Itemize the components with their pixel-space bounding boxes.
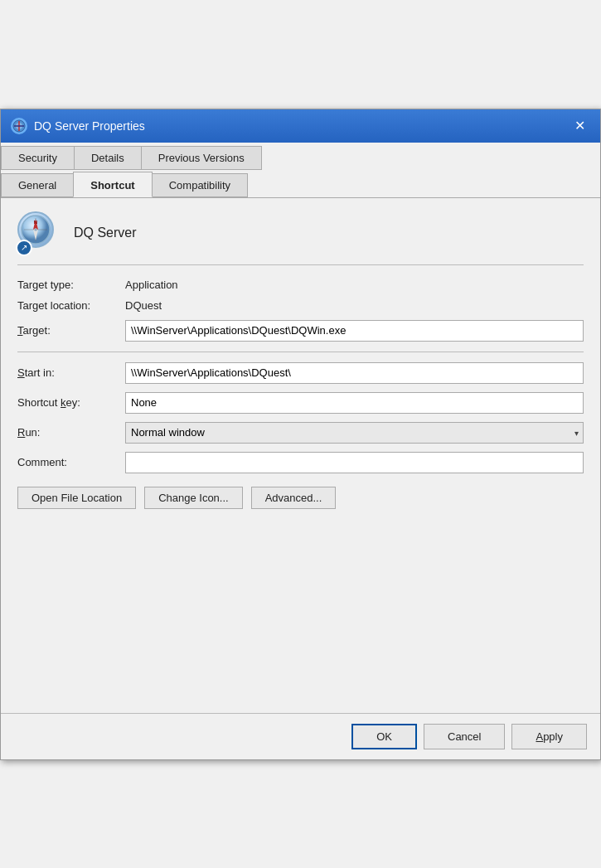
target-label: Target: [17, 324, 125, 337]
target-location-row: Target location: DQuest [17, 299, 584, 312]
ok-button[interactable]: OK [351, 724, 417, 749]
shortcut-key-label: Shortcut key: [17, 396, 125, 409]
start-in-input[interactable] [125, 362, 584, 384]
start-in-row: Start in: [17, 362, 584, 384]
properties-window: DQ Server Properties ✕ Security Details … [0, 109, 601, 760]
comment-row: Comment: [17, 452, 584, 473]
window-icon [11, 118, 27, 134]
target-row: Target: [17, 320, 584, 342]
start-in-label: Start in: [17, 366, 125, 379]
title-bar: DQ Server Properties ✕ [1, 109, 600, 143]
run-select-wrapper: Normal window Minimized Maximized ▾ [125, 422, 584, 444]
tab-details[interactable]: Details [74, 146, 142, 170]
target-type-row: Target type: Application [17, 279, 584, 291]
app-header: N ↗ DQ Server [17, 211, 584, 265]
run-select[interactable]: Normal window Minimized Maximized [125, 422, 584, 444]
change-icon-button[interactable]: Change Icon... [144, 487, 243, 509]
tab-security[interactable]: Security [1, 146, 75, 170]
window-title: DQ Server Properties [34, 119, 145, 133]
tab-previous-versions[interactable]: Previous Versions [141, 146, 262, 170]
action-buttons: Open File Location Change Icon... Advanc… [17, 487, 584, 509]
tabs-row-2: General Shortcut Compatibility [1, 170, 600, 197]
advanced-button[interactable]: Advanced... [251, 487, 337, 509]
svg-text:N: N [34, 220, 37, 225]
comment-label: Comment: [17, 456, 125, 468]
apply-button[interactable]: Apply [511, 724, 587, 749]
target-type-value: Application [125, 279, 178, 291]
divider-1 [17, 352, 584, 352]
cancel-button[interactable]: Cancel [424, 724, 505, 749]
close-button[interactable]: ✕ [569, 115, 590, 137]
app-icon: N ↗ [17, 211, 61, 255]
run-row: Run: Normal window Minimized Maximized ▾ [17, 422, 584, 444]
run-label: Run: [17, 426, 125, 439]
bottom-bar: OK Cancel Apply [1, 713, 600, 759]
tab-shortcut[interactable]: Shortcut [73, 172, 152, 197]
tab-compatibility[interactable]: Compatibility [152, 173, 248, 197]
main-content: N ↗ DQ Server Target type: Application T… [1, 198, 600, 713]
shortcut-arrow-icon: ↗ [16, 240, 32, 256]
empty-area [17, 509, 584, 700]
shortcut-key-input[interactable] [125, 392, 584, 414]
comment-input[interactable] [125, 452, 584, 473]
target-location-value: DQuest [125, 299, 162, 312]
app-name: DQ Server [74, 225, 137, 240]
target-input[interactable] [125, 320, 584, 342]
title-bar-left: DQ Server Properties [11, 118, 145, 134]
open-file-location-button[interactable]: Open File Location [17, 487, 136, 509]
target-type-label: Target type: [17, 279, 125, 291]
target-location-label: Target location: [17, 299, 125, 312]
shortcut-key-row: Shortcut key: [17, 392, 584, 414]
tabs-container: Security Details Previous Versions Gener… [1, 143, 600, 198]
tabs-row-1: Security Details Previous Versions [1, 143, 600, 170]
tab-general[interactable]: General [1, 173, 74, 197]
